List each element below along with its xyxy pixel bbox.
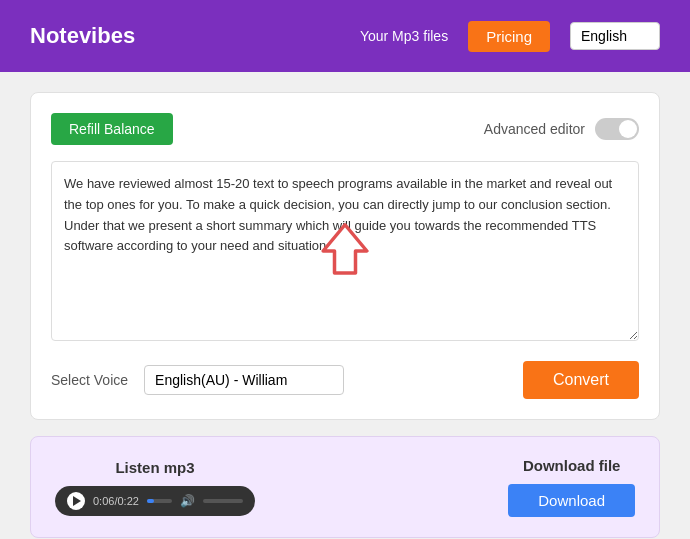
advanced-editor-label: Advanced editor [484,121,585,137]
download-section: Download file Download [508,457,635,517]
voice-select[interactable] [144,365,344,395]
media-card: Listen mp3 0:06/0:22 🔊 Download file Dow… [30,436,660,538]
download-title: Download file [523,457,621,474]
advanced-editor-toggle[interactable] [595,118,639,140]
audio-player: 0:06/0:22 🔊 [55,486,255,516]
volume-icon[interactable]: 🔊 [180,494,195,508]
voice-label: Select Voice [51,372,128,388]
mp3-files-link[interactable]: Your Mp3 files [360,28,448,44]
listen-title: Listen mp3 [115,459,194,476]
top-bar: Refill Balance Advanced editor [51,113,639,145]
progress-bar[interactable] [147,499,172,503]
editor-card: Refill Balance Advanced editor Select Vo… [30,92,660,420]
time-display: 0:06/0:22 [93,495,139,507]
listen-section: Listen mp3 0:06/0:22 🔊 [55,459,255,516]
text-input[interactable] [51,161,639,341]
pricing-button[interactable]: Pricing [468,21,550,52]
voice-row: Select Voice Convert [51,361,639,399]
volume-bar[interactable] [203,499,243,503]
play-button[interactable] [67,492,85,510]
textarea-wrapper [51,161,639,345]
logo: Notevibes [30,23,360,49]
advanced-editor-toggle-row: Advanced editor [484,118,639,140]
header: Notevibes Your Mp3 files Pricing [0,0,690,72]
header-nav: Your Mp3 files Pricing [360,21,660,52]
language-input[interactable] [570,22,660,50]
refill-balance-button[interactable]: Refill Balance [51,113,173,145]
progress-fill [147,499,155,503]
play-icon [73,496,81,506]
convert-button[interactable]: Convert [523,361,639,399]
download-button[interactable]: Download [508,484,635,517]
main-content: Refill Balance Advanced editor Select Vo… [0,72,690,539]
